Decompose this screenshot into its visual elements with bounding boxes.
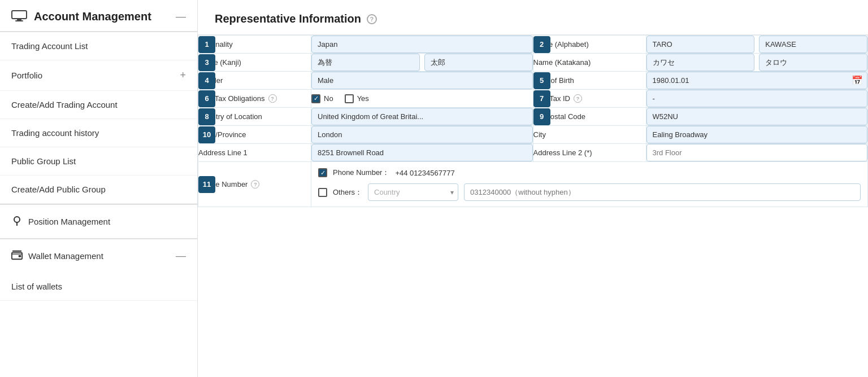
state-province-value-cell	[311, 126, 533, 144]
phone-others-input[interactable]	[464, 183, 861, 201]
step-badge-4: 4	[198, 72, 215, 89]
state-province-label: 10 State/Province	[198, 126, 311, 144]
phone-others-checkbox[interactable]	[318, 188, 327, 197]
calendar-icon[interactable]: 📅	[852, 75, 863, 86]
sidebar-collapse-button[interactable]: —	[176, 11, 186, 23]
phone-number-value: +44 01234567777	[395, 169, 454, 177]
sidebar-item-trading-account-list[interactable]: Trading Account List	[0, 32, 197, 60]
sidebar-item-label: List of wallets	[11, 282, 186, 291]
help-icon[interactable]: ?	[367, 14, 377, 24]
name-kanji-label: 3 Name (Kanji)	[198, 54, 311, 72]
last-name-katakana-input[interactable]	[759, 54, 867, 71]
us-tax-id-input[interactable]	[646, 90, 868, 107]
main-header: Representative Information ?	[198, 0, 868, 35]
table-row: 4 Gender 5 Date of Birth 📅	[198, 72, 868, 90]
dob-input[interactable]	[646, 72, 868, 89]
representative-info-form: 1 Nationality 2 Name (Alphabet)	[198, 35, 868, 207]
address-line2-input[interactable]	[646, 144, 868, 161]
checkbox-no[interactable]: ✓	[311, 94, 320, 103]
table-row: 1 Nationality 2 Name (Alphabet)	[198, 36, 868, 54]
phone-primary-checkbox[interactable]: ✓	[318, 168, 327, 177]
step-badge-2: 2	[533, 36, 550, 53]
country-select-wrap: Country ▾	[368, 183, 458, 201]
country-location-label: 8 Country of Location	[198, 108, 311, 126]
svg-point-3	[14, 217, 20, 222]
monitor-icon	[11, 10, 27, 23]
first-name-alphabet-input[interactable]	[646, 36, 755, 53]
step-badge-8: 8	[198, 108, 215, 125]
us-tax-obligation-value-cell: ✓ No Yes	[311, 90, 533, 108]
sidebar: Account Management — Trading Account Lis…	[0, 0, 198, 377]
step-badge-3: 3	[198, 54, 215, 71]
sidebar-item-public-group-list[interactable]: Public Group List	[0, 147, 197, 176]
zip-code-input[interactable]	[646, 108, 868, 125]
dob-input-wrap: 📅	[646, 72, 868, 89]
sidebar-header-left: Account Management	[11, 10, 151, 23]
address-line1-label: Address Line 1	[198, 144, 311, 162]
us-tax-radio-group: ✓ No Yes	[311, 92, 533, 106]
us-tax-id-help-icon[interactable]: ?	[574, 94, 582, 103]
nationality-label: 1 Nationality	[198, 36, 311, 54]
gender-input[interactable]	[311, 72, 533, 89]
first-name-katakana-input[interactable]	[646, 54, 755, 71]
country-location-value-cell	[311, 108, 533, 126]
radio-yes[interactable]: Yes	[345, 94, 369, 103]
last-name-alphabet-input[interactable]	[759, 36, 867, 53]
gender-value-cell	[311, 72, 533, 90]
name-alphabet-value-cell	[646, 36, 868, 54]
step-badge-11: 11	[198, 176, 215, 193]
position-management-label: Position Management	[28, 217, 110, 226]
phone-others-row: Others： Country ▾	[318, 183, 861, 201]
pin-icon	[11, 215, 23, 228]
last-name-kanji-input[interactable]	[424, 54, 533, 71]
sidebar-item-position-management[interactable]: Position Management	[0, 204, 197, 238]
svg-rect-0	[12, 11, 27, 19]
phone-primary-row: ✓ Phone Number： +44 01234567777	[318, 168, 861, 178]
city-value-cell	[646, 126, 868, 144]
phone-number-label: 11 Phone Number ?	[198, 162, 311, 207]
page-title: Representative Information	[215, 12, 361, 25]
radio-no[interactable]: ✓ No	[311, 94, 333, 103]
name-alphabet-label: 2 Name (Alphabet)	[533, 36, 646, 54]
country-location-input[interactable]	[311, 108, 533, 125]
svg-rect-2	[15, 20, 23, 21]
table-row: 3 Name (Kanji) Name (Katakana)	[198, 54, 868, 72]
sidebar-item-list-of-wallets[interactable]: List of wallets	[0, 273, 197, 301]
name-kanji-value-cell	[311, 54, 533, 72]
sidebar-item-trading-account-history[interactable]: Trading account history	[0, 119, 197, 147]
plus-icon: +	[180, 69, 186, 81]
phone-help-icon[interactable]: ?	[251, 180, 259, 188]
address-line1-value-cell	[311, 144, 533, 162]
table-row: 10 State/Province City	[198, 126, 868, 144]
svg-rect-1	[17, 19, 21, 20]
main-content: Representative Information ? 1 Nationali…	[198, 0, 868, 377]
first-name-kanji-input[interactable]	[311, 54, 420, 71]
state-province-input[interactable]	[311, 126, 533, 143]
table-row: 6 U.S. Tax Obligations ? ✓ No	[198, 90, 868, 108]
address-line2-label: Address Line 2 (*)	[533, 144, 646, 162]
name-kanji-inputs	[311, 54, 533, 71]
country-select[interactable]: Country	[368, 183, 458, 201]
step-badge-5: 5	[533, 72, 550, 89]
sidebar-item-label: Create/Add Trading Account	[11, 100, 186, 109]
step-badge-7: 7	[533, 90, 550, 107]
name-katakana-inputs	[646, 54, 868, 71]
us-tax-obligation-help-icon[interactable]: ?	[268, 94, 277, 103]
sidebar-item-label: Trading Account List	[11, 41, 186, 51]
name-alphabet-inputs	[646, 36, 868, 53]
address-line1-input[interactable]	[311, 144, 533, 161]
wallet-collapse-button[interactable]: —	[176, 250, 186, 262]
city-label: City	[533, 126, 646, 144]
sidebar-item-wallet-management[interactable]: Wallet Management —	[0, 239, 197, 273]
dob-label: 5 Date of Birth	[533, 72, 646, 90]
zip-code-value-cell	[646, 108, 868, 126]
sidebar-header: Account Management —	[0, 0, 197, 32]
sidebar-item-create-trading-account[interactable]: Create/Add Trading Account	[0, 91, 197, 119]
sidebar-item-create-public-group[interactable]: Create/Add Public Group	[0, 176, 197, 204]
city-input[interactable]	[646, 126, 868, 143]
table-row: 11 Phone Number ? ✓ Phone Number： +44	[198, 162, 868, 207]
nationality-input[interactable]	[311, 36, 533, 53]
sidebar-item-label: Public Group List	[11, 156, 186, 166]
checkbox-yes[interactable]	[345, 94, 354, 103]
sidebar-item-portfolio[interactable]: Portfolio +	[0, 60, 197, 91]
